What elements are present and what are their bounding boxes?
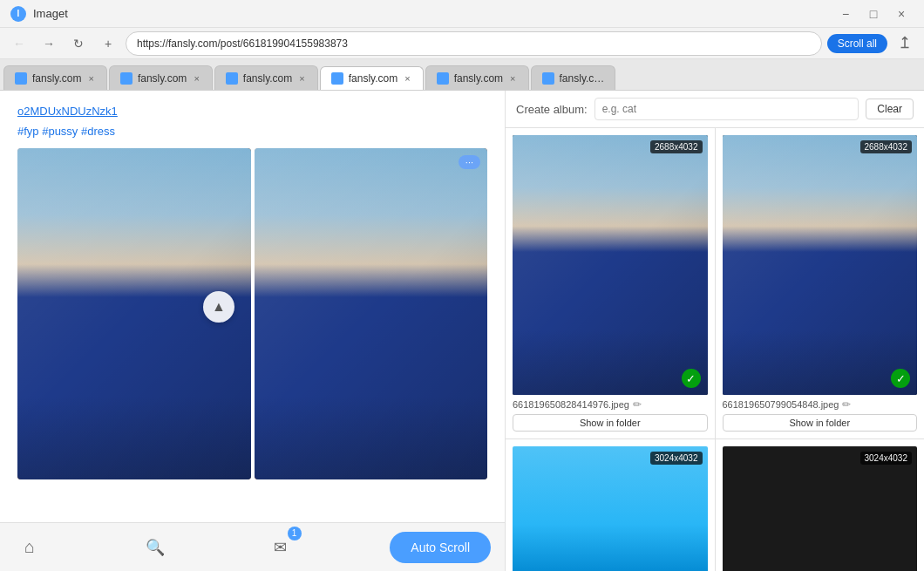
tab-label: fansly.com xyxy=(243,72,292,85)
tab-close-3[interactable]: × xyxy=(403,73,411,84)
tab-1[interactable]: fansly.com × xyxy=(109,65,213,90)
tab-favicon xyxy=(226,72,238,85)
mail-count-badge: 1 xyxy=(288,527,302,540)
bottom-bar: ⌂ 🔍 ✉ 1 Auto Scroll xyxy=(0,522,505,571)
tab-0[interactable]: fansly.com × xyxy=(3,65,107,90)
page-tags: #fyp #pussy #dress xyxy=(17,125,487,138)
page-link[interactable]: o2MDUxNDUzNzk1 xyxy=(17,105,118,118)
image-content-2 xyxy=(255,148,488,479)
close-button[interactable]: × xyxy=(889,4,914,24)
app-title: Imaget xyxy=(33,7,68,20)
navbar: ← → ↻ + Scroll all xyxy=(0,28,924,59)
scroll-all-button[interactable]: Scroll all xyxy=(827,34,887,53)
grid-dim-badge-0: 2688x4032 xyxy=(650,140,703,153)
tab-3[interactable]: fansly.com × xyxy=(320,66,424,91)
show-folder-button-0[interactable]: Show in folder xyxy=(513,414,708,432)
mail-icon: ✉ xyxy=(274,538,287,557)
tab-label: fansly.com xyxy=(454,72,503,85)
tab-close-0[interactable]: × xyxy=(86,73,95,84)
titlebar: I Imaget − □ × xyxy=(0,0,924,28)
right-panel: Create album: Clear 2688x4032 ✓ 66181965… xyxy=(506,91,924,571)
images-row: ··· ▲ xyxy=(17,148,487,479)
grid-image-1[interactable]: 2688x4032 ✓ xyxy=(723,135,918,395)
tab-4[interactable]: fansly.com × xyxy=(425,65,529,90)
grid-cell-0: 2688x4032 ✓ 661819650828414976.jpeg ✏ Sh… xyxy=(506,128,715,438)
image-dots[interactable]: ··· xyxy=(459,155,480,169)
app-logo: I xyxy=(10,6,26,22)
tab-favicon xyxy=(15,72,27,85)
tab-label: fansly.com xyxy=(138,72,187,85)
tab-5[interactable]: fansly.c… xyxy=(531,65,616,90)
edit-icon-1[interactable]: ✏ xyxy=(842,398,851,411)
new-tab-button[interactable]: + xyxy=(96,31,120,56)
browser-image-2: ··· xyxy=(255,148,488,479)
tab-close-1[interactable]: × xyxy=(192,73,200,84)
pin-button[interactable] xyxy=(893,31,917,56)
image-nav-up-button[interactable]: ▲ xyxy=(203,291,234,323)
auto-scroll-button[interactable]: Auto Scroll xyxy=(390,532,491,563)
grid-img-content-0 xyxy=(513,135,708,395)
maximize-button[interactable]: □ xyxy=(861,4,886,24)
grid-img-content-2 xyxy=(513,446,708,571)
tabbar: fansly.com × fansly.com × fansly.com × f… xyxy=(0,59,924,91)
grid-dim-badge-1: 2688x4032 xyxy=(860,140,913,153)
back-button[interactable]: ← xyxy=(7,31,31,56)
grid-check-0: ✓ xyxy=(682,369,701,388)
browser-panel: o2MDUxNDUzNzk1 #fyp #pussy #dress ··· ▲ … xyxy=(0,91,506,571)
grid-image-0[interactable]: 2688x4032 ✓ xyxy=(513,135,708,395)
tab-favicon xyxy=(120,72,132,85)
mail-badge-container: ✉ 1 xyxy=(265,532,296,563)
tab-label: fansly.com xyxy=(349,72,397,85)
tab-close-2[interactable]: × xyxy=(297,73,306,84)
forward-button[interactable]: → xyxy=(37,31,61,56)
main-area: o2MDUxNDUzNzk1 #fyp #pussy #dress ··· ▲ … xyxy=(0,91,924,571)
grid-check-1: ✓ xyxy=(891,369,910,388)
grid-image-3[interactable]: 3024x4032 ✓ xyxy=(723,446,918,571)
tab-label: fansly.com xyxy=(32,72,81,85)
album-input[interactable] xyxy=(594,98,859,120)
address-bar[interactable] xyxy=(126,31,822,56)
tab-favicon xyxy=(437,72,449,85)
grid-dim-badge-3: 3024x4032 xyxy=(860,452,913,465)
grid-filename-0: 661819650828414976.jpeg ✏ xyxy=(513,398,708,411)
grid-filename-1: 661819650799054848.jpeg ✏ xyxy=(723,398,918,411)
tab-2[interactable]: fansly.com × xyxy=(214,65,318,90)
grid-img-content-1 xyxy=(723,135,918,395)
search-button[interactable]: 🔍 xyxy=(139,532,171,563)
home-button[interactable]: ⌂ xyxy=(14,532,45,563)
minimize-button[interactable]: − xyxy=(833,4,858,24)
grid-cell-2: 3024x4032 ✓ xyxy=(506,439,715,571)
grid-cell-1: 2688x4032 ✓ 661819650799054848.jpeg ✏ Sh… xyxy=(716,128,925,438)
tab-favicon xyxy=(542,72,554,85)
search-icon: 🔍 xyxy=(146,538,165,557)
clear-button[interactable]: Clear xyxy=(866,99,914,119)
edit-icon-0[interactable]: ✏ xyxy=(633,398,642,411)
tab-close-4[interactable]: × xyxy=(508,73,517,84)
home-icon: ⌂ xyxy=(24,537,35,557)
grid-img-content-3 xyxy=(723,446,918,571)
tab-favicon xyxy=(331,72,343,85)
image-grid: 2688x4032 ✓ 661819650828414976.jpeg ✏ Sh… xyxy=(506,128,924,571)
album-label: Create album: xyxy=(516,103,588,116)
tab-label: fansly.c… xyxy=(560,72,605,85)
refresh-button[interactable]: ↻ xyxy=(66,31,91,56)
grid-dim-badge-2: 3024x4032 xyxy=(650,452,703,465)
grid-cell-3: 3024x4032 ✓ xyxy=(716,439,925,571)
show-folder-button-1[interactable]: Show in folder xyxy=(723,414,918,432)
album-bar: Create album: Clear xyxy=(506,91,924,128)
grid-image-2[interactable]: 3024x4032 ✓ xyxy=(513,446,708,571)
